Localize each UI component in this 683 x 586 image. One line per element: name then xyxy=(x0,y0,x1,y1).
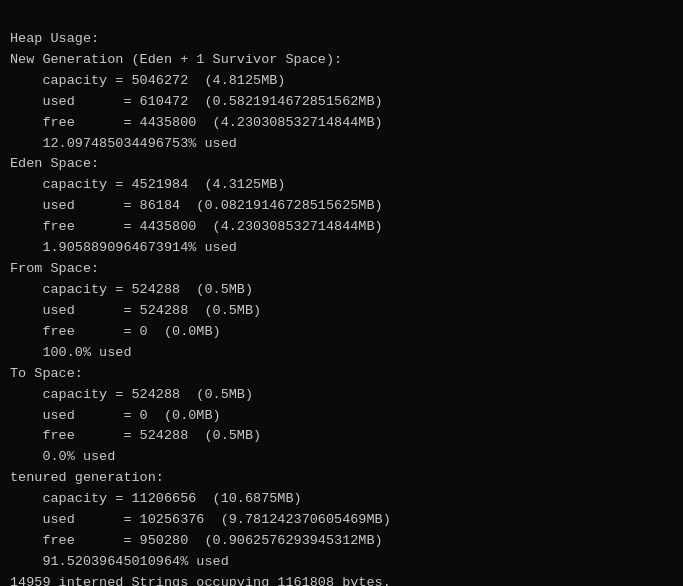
console-line: used = 0 (0.0MB) xyxy=(10,406,673,427)
console-line: 0.0% used xyxy=(10,447,673,468)
console-line: free = 950280 (0.9062576293945312MB) xyxy=(10,531,673,552)
console-line: 1.9058890964673914% used xyxy=(10,238,673,259)
console-line: tenured generation: xyxy=(10,468,673,489)
console-line: 100.0% used xyxy=(10,343,673,364)
console-line: free = 4435800 (4.230308532714844MB) xyxy=(10,217,673,238)
console-line: From Space: xyxy=(10,259,673,280)
console-line: free = 524288 (0.5MB) xyxy=(10,426,673,447)
console-line: used = 610472 (0.5821914672851562MB) xyxy=(10,92,673,113)
console-line: 12.097485034496753% used xyxy=(10,134,673,155)
console-line: capacity = 5046272 (4.8125MB) xyxy=(10,71,673,92)
console-line: 91.52039645010964% used xyxy=(10,552,673,573)
console-line: To Space: xyxy=(10,364,673,385)
console-line: Eden Space: xyxy=(10,154,673,175)
console-line: 14959 interned Strings occupying 1161808… xyxy=(10,573,673,586)
console-line: capacity = 524288 (0.5MB) xyxy=(10,280,673,301)
console-line: used = 10256376 (9.781242370605469MB) xyxy=(10,510,673,531)
console-line: Heap Usage: xyxy=(10,29,673,50)
console-line: capacity = 4521984 (4.3125MB) xyxy=(10,175,673,196)
console-line: capacity = 524288 (0.5MB) xyxy=(10,385,673,406)
console-line: free = 4435800 (4.230308532714844MB) xyxy=(10,113,673,134)
console-line: New Generation (Eden + 1 Survivor Space)… xyxy=(10,50,673,71)
console-line: capacity = 11206656 (10.6875MB) xyxy=(10,489,673,510)
console-line: free = 0 (0.0MB) xyxy=(10,322,673,343)
console-line: used = 524288 (0.5MB) xyxy=(10,301,673,322)
console-line: used = 86184 (0.08219146728515625MB) xyxy=(10,196,673,217)
console-output: Heap Usage:New Generation (Eden + 1 Surv… xyxy=(10,8,673,586)
